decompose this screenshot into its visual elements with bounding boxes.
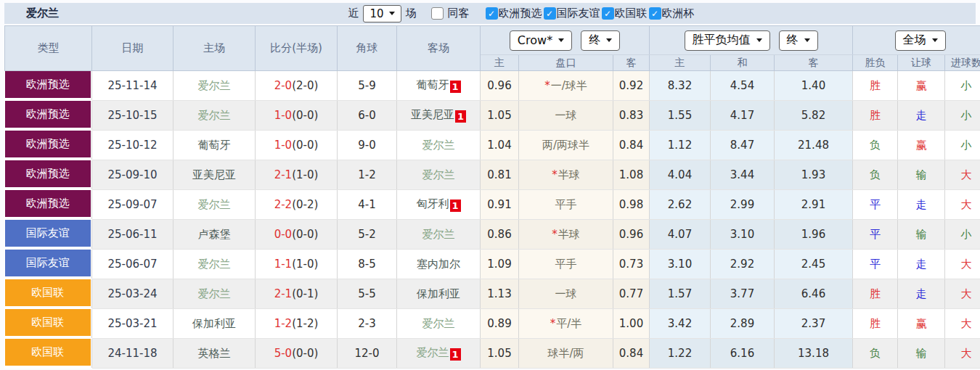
handicap-cell: 球半/两 (519, 339, 613, 369)
goals-cell: 大 (945, 279, 980, 309)
competition-checkbox[interactable]: ✓ (544, 7, 556, 20)
result-cell: 胜 (853, 309, 898, 339)
home-odds-cell: 1.04 (481, 131, 519, 160)
recent-count-select[interactable]: 10 (363, 5, 401, 22)
score-cell: 5-0(0-0) (256, 339, 338, 369)
away-odds-cell: 0.83 (613, 101, 650, 131)
mean-away-cell: 1.40 (775, 71, 853, 101)
home-team-name[interactable]: 爱尔兰 (198, 258, 231, 271)
away-team-cell: 爱尔兰1 (397, 339, 481, 369)
score-cell: 2-1(0-1) (256, 279, 338, 309)
away-odds-cell: 0.73 (613, 250, 650, 279)
mean-home-cell: 3.42 (650, 309, 711, 339)
result-cell: 胜 (853, 101, 898, 131)
league-type-cell: 欧国联 (5, 309, 92, 339)
handicap-value: 球半/两 (547, 347, 584, 360)
table-row: 欧国联 25-03-21 保加利亚 1-2(1-2) 2-3 爱尔兰 0.89 … (5, 309, 980, 339)
table-row: 欧洲预选 25-10-15 爱尔兰 1-0(0-0) 6-0 亚美尼亚1 1.0… (5, 101, 980, 131)
mean-draw-cell: 2.89 (711, 309, 775, 339)
home-odds-cell: 0.89 (481, 309, 519, 339)
fulltime-score: 1-1 (274, 258, 293, 271)
subheader-handicap: 盘口 (519, 55, 613, 71)
home-team-cell: 爱尔兰 (173, 279, 256, 309)
table-row: 欧国联 25-03-24 爱尔兰 2-1(0-1) 5-5 保加利亚 1.13 … (5, 279, 980, 309)
goals-cell: 大 (945, 339, 980, 369)
mean-away-cell: 2.91 (775, 190, 853, 220)
competition-checkbox[interactable]: ✓ (602, 7, 614, 20)
mean-type-select[interactable]: 胜平负均值 (685, 30, 770, 51)
mean-draw-cell: 8.47 (711, 131, 775, 160)
same-venue-checkbox[interactable] (431, 7, 444, 20)
home-team-name[interactable]: 卢森堡 (198, 228, 231, 241)
home-odds-cell: 1.13 (481, 279, 519, 309)
same-venue-label: 同客 (448, 7, 470, 20)
handicap-cell: *半球 (519, 160, 613, 190)
away-odds-cell: 0.84 (613, 339, 650, 369)
corners-cell: 2-3 (338, 309, 397, 339)
subheader-away-odds: 客 (613, 55, 650, 71)
home-team-name[interactable]: 亚美尼亚 (192, 168, 236, 181)
competition-checkbox[interactable]: ✓ (486, 7, 498, 20)
match-date: 25-11-14 (92, 71, 173, 101)
away-team-name[interactable]: 保加利亚 (417, 287, 460, 300)
home-team-cell: 卢森堡 (173, 220, 256, 250)
away-odds-cell: 1.00 (613, 309, 650, 339)
favorite-star: * (544, 79, 550, 92)
away-team-name[interactable]: 爱尔兰 (422, 139, 455, 152)
league-type-cell: 欧洲预选 (5, 101, 92, 131)
fulltime-score: 1-0 (274, 139, 293, 152)
competition-label: 欧洲预选 (499, 7, 542, 20)
odds-company-select[interactable]: Crow* (510, 30, 572, 51)
match-table-wrap: 类型 日期 主场 比分(半场) 角球 客场 Crow* 终 (4, 25, 980, 370)
handicap-cell: 一球 (519, 279, 613, 309)
home-team-name[interactable]: 爱尔兰 (198, 79, 231, 92)
rank-badge: 1 (450, 81, 461, 93)
handicap-value: 一/球半 (551, 79, 587, 92)
away-team-cell: 匈牙利1 (397, 190, 481, 220)
mean-away-cell: 2.45 (775, 250, 853, 279)
home-team-name[interactable]: 爱尔兰 (198, 287, 231, 300)
fulltime-score: 5-0 (274, 347, 293, 360)
odds-state-select[interactable]: 终 (581, 30, 620, 51)
halftime-score: (0-0) (292, 347, 318, 360)
home-team-name[interactable]: 葡萄牙 (198, 139, 231, 152)
col-header-corner: 角球 (338, 26, 397, 71)
goals-cell: 大 (945, 250, 980, 279)
away-team-name[interactable]: 爱尔兰 (422, 228, 455, 241)
score-cell: 2-1(1-0) (256, 160, 338, 190)
mean-away-cell: 6.46 (775, 279, 853, 309)
away-team-name[interactable]: 爱尔兰 (422, 168, 455, 181)
score-cell: 1-0(0-0) (256, 131, 338, 160)
home-odds-cell: 0.91 (481, 190, 519, 220)
handicap-cell: *平/半 (519, 309, 613, 339)
away-team-name[interactable]: 葡萄牙 (417, 78, 449, 91)
handicap-value: 平手 (555, 198, 577, 211)
result-cell: 负 (853, 160, 898, 190)
away-team-name[interactable]: 爱尔兰 (422, 317, 455, 330)
recent-label: 近 (348, 7, 359, 20)
home-team-name[interactable]: 英格兰 (198, 347, 231, 360)
mean-state-select[interactable]: 终 (779, 30, 818, 51)
away-team-name[interactable]: 塞内加尔 (417, 258, 460, 271)
mean-draw-cell: 2.92 (711, 250, 775, 279)
home-team-name[interactable]: 爱尔兰 (198, 198, 231, 211)
away-odds-cell: 0.77 (613, 279, 650, 309)
away-team-name[interactable]: 亚美尼亚 (411, 108, 454, 121)
home-team-name[interactable]: 保加利亚 (192, 317, 236, 330)
subheader-home-odds: 主 (481, 55, 519, 71)
match-date: 25-06-07 (92, 250, 173, 279)
league-badge: 欧国联 (5, 309, 91, 336)
home-odds-cell: 1.05 (481, 339, 519, 369)
league-type-cell: 欧国联 (5, 279, 92, 309)
scope-select[interactable]: 全场 (895, 30, 946, 51)
competition-checkbox[interactable]: ✓ (649, 7, 661, 20)
handicap-result-cell: 输 (898, 220, 945, 250)
away-team-name[interactable]: 爱尔兰 (417, 346, 449, 359)
home-team-name[interactable]: 爱尔兰 (198, 109, 231, 122)
mean-home-cell: 4.04 (650, 160, 711, 190)
away-team-name[interactable]: 匈牙利 (417, 197, 449, 210)
match-date: 24-11-18 (92, 339, 173, 369)
league-badge: 欧洲预选 (5, 71, 91, 98)
competition-label: 欧洲杯 (662, 7, 695, 20)
away-team-cell: 葡萄牙1 (397, 71, 481, 101)
